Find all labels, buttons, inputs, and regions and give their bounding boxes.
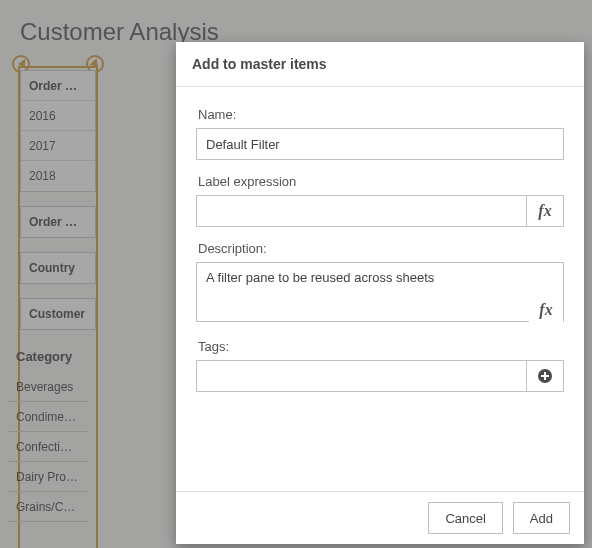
name-input[interactable] xyxy=(196,128,564,160)
dialog-footer: Cancel Add xyxy=(176,491,584,544)
fx-button[interactable]: fx xyxy=(526,195,564,227)
description-input[interactable] xyxy=(196,262,564,322)
name-label: Name: xyxy=(198,107,564,122)
dialog-title: Add to master items xyxy=(176,42,584,87)
description-label: Description: xyxy=(198,241,564,256)
dialog-body: Name: Label expression fx Description: f… xyxy=(176,87,584,491)
plus-circle-icon xyxy=(537,368,553,384)
add-master-item-dialog: Add to master items Name: Label expressi… xyxy=(176,42,584,544)
tags-label: Tags: xyxy=(198,339,564,354)
fx-button[interactable]: fx xyxy=(529,296,563,324)
add-button[interactable]: Add xyxy=(513,502,570,534)
svg-rect-2 xyxy=(541,375,549,377)
cancel-button[interactable]: Cancel xyxy=(428,502,502,534)
label-expression-label: Label expression xyxy=(198,174,564,189)
add-tag-button[interactable] xyxy=(526,360,564,392)
label-expression-input[interactable] xyxy=(196,195,564,227)
tags-input[interactable] xyxy=(196,360,564,392)
